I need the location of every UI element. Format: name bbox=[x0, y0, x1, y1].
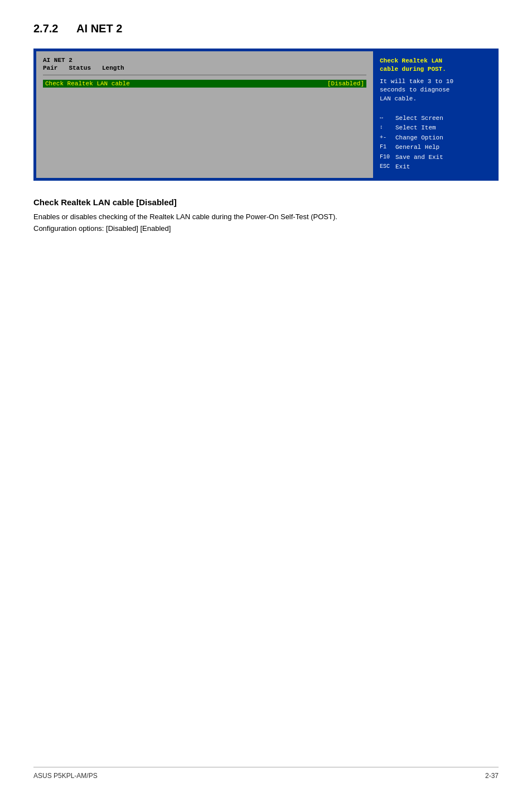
bios-menu-item[interactable]: Check Realtek LAN cable [Disabled] bbox=[43, 80, 366, 88]
key-row-esc: ESC Exit bbox=[380, 163, 489, 171]
page-footer: ASUS P5KPL-AM/PS 2-37 bbox=[33, 767, 499, 780]
description-section: Check Realtek LAN cable [Disabled] Enabl… bbox=[33, 197, 499, 235]
bios-screen: AI NET 2 Pair Status Length Check Realte… bbox=[33, 49, 499, 181]
desc-title: Check Realtek LAN cable [Disabled] bbox=[33, 197, 499, 207]
bios-left-header: AI NET 2 bbox=[43, 57, 366, 64]
bios-right-title: Check Realtek LAN cable during POST. bbox=[380, 57, 489, 74]
key-label-select-item: Select Item bbox=[395, 124, 436, 132]
col-length: Length bbox=[102, 65, 124, 71]
desc-paragraph2: Configuration options: [Disabled] [Enabl… bbox=[33, 223, 499, 235]
key-row-select-item: ↕ Select Item bbox=[380, 124, 489, 132]
bios-inner: AI NET 2 Pair Status Length Check Realte… bbox=[36, 51, 496, 178]
f1-icon: F1 bbox=[380, 143, 395, 151]
key-label-select-screen: Select Screen bbox=[395, 114, 443, 123]
bios-left-panel: AI NET 2 Pair Status Length Check Realte… bbox=[36, 51, 373, 178]
arrow-ud-icon: ↕ bbox=[380, 124, 395, 132]
col-pair: Pair bbox=[43, 65, 57, 71]
key-label-esc: Exit bbox=[395, 163, 410, 171]
section-heading: AI NET 2 bbox=[76, 22, 122, 35]
key-row-change-option: +- Change Option bbox=[380, 134, 489, 142]
section-title: 2.7.2 AI NET 2 bbox=[33, 22, 499, 35]
plus-minus-icon: +- bbox=[380, 134, 395, 142]
f10-icon: F10 bbox=[380, 153, 395, 161]
footer-product-name: ASUS P5KPL-AM/PS bbox=[33, 772, 98, 780]
key-label-f10: Save and Exit bbox=[395, 153, 443, 162]
key-label-change-option: Change Option bbox=[395, 134, 443, 142]
key-label-f1: General Help bbox=[395, 143, 439, 152]
page-container: 2.7.2 AI NET 2 AI NET 2 Pair Status Leng… bbox=[0, 0, 532, 802]
bios-column-headers: Pair Status Length bbox=[43, 65, 366, 71]
footer-page-number: 2-37 bbox=[485, 772, 499, 780]
key-row-f10: F10 Save and Exit bbox=[380, 153, 489, 162]
key-row-select-screen: ↔ Select Screen bbox=[380, 114, 489, 123]
col-status: Status bbox=[69, 65, 91, 71]
esc-icon: ESC bbox=[380, 163, 395, 171]
desc-body: Enables or disables checking of the Real… bbox=[33, 211, 499, 235]
desc-paragraph1: Enables or disables checking of the Real… bbox=[33, 211, 499, 223]
arrow-lr-icon: ↔ bbox=[380, 114, 395, 122]
bios-key-legend: ↔ Select Screen ↕ Select Item +- Change … bbox=[380, 114, 489, 171]
key-row-f1: F1 General Help bbox=[380, 143, 489, 152]
menu-item-value: [Disabled] bbox=[327, 80, 364, 87]
bios-divider bbox=[43, 75, 366, 75]
section-number: 2.7.2 bbox=[33, 22, 58, 35]
menu-item-label: Check Realtek LAN cable bbox=[45, 80, 130, 87]
bios-right-desc: It will take 3 to 10 seconds to diagnose… bbox=[380, 78, 489, 103]
bios-right-panel: Check Realtek LAN cable during POST. It … bbox=[373, 51, 496, 178]
